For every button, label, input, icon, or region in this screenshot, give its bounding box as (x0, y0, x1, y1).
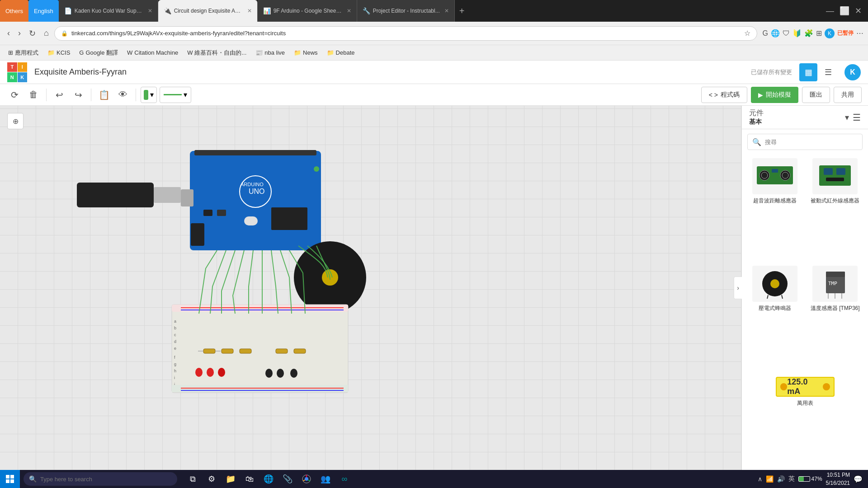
shield-icon[interactable]: 🔰 (793, 29, 802, 38)
export-button[interactable]: 匯出 (802, 87, 830, 103)
list-view-button[interactable]: ☰ (819, 63, 837, 81)
extensions-btn[interactable]: ⊞ (816, 29, 822, 38)
bookmark-news[interactable]: 📁 News (290, 47, 321, 58)
redo-button[interactable]: ↪ (70, 87, 86, 103)
taskbar-arduino[interactable]: ∞ (335, 470, 354, 488)
bookmark-google-translate[interactable]: G Google 翻譯 (75, 47, 122, 59)
tab-arduino[interactable]: 📊 9F Arduino - Google Sheet... ✕ (258, 0, 357, 22)
bookmark-citation-machine[interactable]: W Citation Machine (123, 47, 182, 58)
close-button[interactable]: ✕ (855, 6, 862, 16)
app-title: Exquisite Amberis-Fyyran (34, 67, 744, 77)
simulate-button[interactable]: ▶ 開始模擬 (751, 87, 798, 103)
share-button[interactable]: 共用 (834, 87, 862, 103)
svg-text:d: d (174, 339, 176, 344)
svg-line-23 (782, 295, 783, 299)
panel-dropdown-icon[interactable]: ▾ (845, 113, 849, 122)
tab-project-close[interactable]: ✕ (444, 8, 449, 14)
tab-kaden[interactable]: 📄 Kaden Kuo Cold War Supe... ✕ (59, 0, 158, 22)
translate-icon[interactable]: 🌐 (771, 29, 780, 38)
taskbar-office[interactable]: 📎 (278, 470, 297, 488)
maximize-button[interactable]: ⬜ (840, 6, 849, 16)
multimeter-item[interactable]: 125.0 mA 萬用表 (747, 373, 863, 466)
taskbar-teams[interactable]: 👥 (316, 470, 335, 488)
start-button[interactable] (0, 470, 20, 488)
led-dark-1 (265, 369, 273, 378)
eye-button[interactable]: 👁 (115, 87, 131, 103)
bookmark-wikipedia[interactable]: W 維基百科・自由的... (184, 47, 250, 59)
user-avatar[interactable]: K (844, 64, 861, 80)
wire-3 (222, 250, 235, 314)
wire-5 (249, 250, 253, 314)
minimize-button[interactable]: — (826, 6, 834, 16)
led-red-3 (218, 368, 225, 377)
code-button[interactable]: < > 程式碼 (701, 87, 747, 103)
line-preview (164, 94, 182, 95)
note-button[interactable]: 📋 (96, 87, 112, 103)
tab-english[interactable]: English (28, 0, 59, 22)
home-button[interactable]: ⌂ (41, 27, 52, 40)
tab-others[interactable]: Others (0, 0, 28, 22)
taskbar-settings[interactable]: ⚙ (203, 470, 221, 488)
svg-text:b: b (174, 326, 176, 330)
panel-list-icon[interactable]: ☰ (853, 112, 861, 123)
panel-collapse-button[interactable]: › (734, 277, 742, 299)
delete-tool-button[interactable]: 🗑 (25, 87, 42, 103)
language-icon[interactable]: 英 (788, 475, 795, 483)
wifi-icon[interactable]: 📶 (766, 475, 774, 483)
canvas-area[interactable]: ⊕ UNO ARDUINO (0, 106, 741, 470)
bookmark-debate[interactable]: 📁 Debate (323, 47, 359, 58)
taskbar-search-input[interactable] (40, 476, 172, 483)
profile-k-icon[interactable]: K (825, 28, 835, 38)
tab-english-label: English (34, 8, 53, 14)
search-icon: 🔍 (752, 138, 761, 146)
bookmark-star-icon[interactable]: ☆ (744, 29, 750, 38)
back-button[interactable]: ‹ (5, 27, 13, 40)
tab-circuit[interactable]: 🔌 Circuit design Exquisite Am... ✕ (158, 0, 258, 22)
tab-project[interactable]: 🔧 Project Editor - Instructabl... ✕ (357, 0, 455, 22)
volume-icon[interactable]: 🔊 (777, 475, 785, 483)
tab-circuit-close[interactable]: ✕ (247, 8, 252, 14)
breadboard-rail-top-pos (172, 305, 348, 312)
rotate-tool-button[interactable]: ⟳ (6, 87, 23, 103)
bookmark-nba[interactable]: 📰 nba live (252, 47, 288, 58)
nba-icon: 📰 (255, 49, 263, 56)
bookmark-kcis[interactable]: 📁 KCIS (44, 47, 74, 58)
notification-button[interactable]: 💬 (854, 475, 863, 483)
search-input[interactable] (765, 139, 858, 145)
taskbar-search[interactable]: 🔍 (24, 472, 177, 486)
refresh-button[interactable]: ↻ (26, 27, 38, 40)
tray-arrow-icon[interactable]: ∧ (758, 475, 762, 483)
line-style-button[interactable]: ▾ (160, 87, 191, 103)
component-pir[interactable]: 被動式紅外線感應器 (808, 158, 863, 260)
component-ultrasonic[interactable]: 超音波距離感應器 (747, 158, 802, 260)
taskbar-edge[interactable]: 🌐 (259, 470, 278, 488)
component-buzzer[interactable]: 壓電式蜂鳴器 (747, 266, 802, 368)
undo-button[interactable]: ↩ (51, 87, 67, 103)
pause-icon[interactable]: 已暫停 (837, 29, 854, 37)
bookmark-apps[interactable]: ⊞ 應用程式 (5, 47, 42, 59)
taskbar-chrome[interactable] (297, 470, 316, 488)
url-input[interactable]: 🔒 tinkercad.com/things/9Lz9WajkAVx-exqui… (54, 26, 757, 41)
bookmark-google-translate-label: Google 翻譯 (85, 49, 118, 57)
taskbar-task-view[interactable]: ⧉ (184, 470, 202, 488)
forward-button[interactable]: › (15, 27, 24, 40)
usb-connector (77, 183, 154, 207)
component-search[interactable]: 🔍 (747, 134, 863, 150)
taskbar-explorer[interactable]: 📁 (222, 470, 240, 488)
menu-icon[interactable]: ⋯ (856, 29, 863, 38)
color-swatch (144, 90, 148, 100)
taskbar-store[interactable]: 🛍 (241, 470, 259, 488)
adblock-icon[interactable]: 🛡 (783, 29, 790, 38)
tab-arduino-close[interactable]: ✕ (347, 8, 351, 14)
color-picker-button[interactable]: ▾ (141, 87, 157, 103)
board-pins-top (194, 150, 316, 155)
extensions-icon[interactable]: G (763, 29, 768, 38)
fit-to-screen-button[interactable]: ⊕ (7, 113, 24, 129)
taskbar-search-icon: 🔍 (29, 475, 37, 483)
tab-kaden-close[interactable]: ✕ (148, 8, 152, 14)
puzzle-icon[interactable]: 🧩 (804, 29, 813, 38)
circuit-view-button[interactable]: ▦ (799, 63, 817, 81)
time-date[interactable]: 10:51 PM 5/16/2021 (826, 471, 850, 487)
new-tab-button[interactable]: + (455, 6, 469, 16)
component-tmp36[interactable]: TMP 溫度感應器 [TMP36] (808, 266, 863, 368)
